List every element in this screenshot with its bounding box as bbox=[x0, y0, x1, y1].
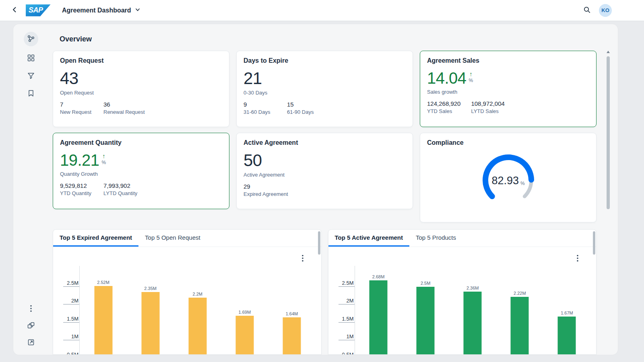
y-tick-label: 2.5M bbox=[339, 280, 355, 287]
kpi-card-compliance[interactable]: Compliance 82.93 % bbox=[420, 133, 597, 222]
tab-strip: Top 5 Expired Agreement Top 5 Open Reque… bbox=[53, 230, 321, 247]
stat-value: 9 bbox=[244, 101, 277, 108]
kpi-card-active-agreement[interactable]: Active Agreement 50 Active Agreement 29 … bbox=[236, 133, 413, 209]
stat: 108,972,004 LYTD Sales bbox=[471, 100, 504, 114]
stat-value: 7 bbox=[60, 101, 93, 108]
bar-group: 1.67M bbox=[543, 266, 590, 355]
bar-group: 1.69M bbox=[221, 266, 268, 355]
tab-top5-expired-agreement[interactable]: Top 5 Expired Agreement bbox=[53, 230, 138, 247]
stat-label: Expired Agreement bbox=[244, 191, 288, 197]
bar-chart: 2.5M2M1.5M1M0.5M 2.68M2.5M2.36M2.22M1.67… bbox=[328, 266, 591, 355]
y-axis: 2.5M2M1.5M1M0.5M bbox=[339, 266, 355, 355]
kebab-menu-icon bbox=[30, 305, 32, 313]
chart-menu-button[interactable] bbox=[298, 254, 308, 263]
page-title: Agreement Dashboard bbox=[62, 7, 131, 14]
bar[interactable] bbox=[417, 287, 435, 355]
bar-value-label: 2.22M bbox=[496, 291, 543, 296]
card-main-value: 14.04 bbox=[427, 70, 466, 86]
bar[interactable] bbox=[283, 317, 301, 355]
card-main-label: Quantity Growth bbox=[60, 171, 222, 177]
tab-top5-open-request[interactable]: Top 5 Open Request bbox=[138, 230, 207, 247]
stat-label: New Request bbox=[60, 109, 93, 115]
grid-icon bbox=[27, 54, 35, 63]
shell-bar: SAP Agreement Dashboard KO bbox=[0, 0, 644, 21]
kpi-grid: Open Request 43 Open Request 7 New Reque… bbox=[53, 51, 597, 222]
y-tick-label: 0.5M bbox=[63, 352, 79, 355]
y-tick-label: 1.5M bbox=[63, 316, 79, 323]
chart-panel-active-agreement: Top 5 Active Agreement Top 5 Products 2.… bbox=[328, 229, 597, 355]
panel-scrollbar-thumb[interactable] bbox=[593, 231, 595, 255]
compliance-gauge-svg bbox=[476, 151, 541, 204]
stat: 124,268,920 YTD Sales bbox=[427, 100, 460, 114]
search-button[interactable] bbox=[580, 3, 594, 18]
back-button[interactable] bbox=[7, 3, 22, 18]
dashboard-container: Overview Open Request 43 Open Request 7 … bbox=[13, 24, 618, 355]
bar[interactable] bbox=[369, 280, 388, 355]
bar-group: 2.35M bbox=[127, 266, 174, 355]
stat-value: 29 bbox=[244, 183, 288, 190]
card-title: Active Agreement bbox=[244, 139, 406, 146]
y-tick-label: 0.5M bbox=[339, 352, 355, 355]
bar[interactable] bbox=[464, 292, 482, 355]
panel-scrollbar-thumb[interactable] bbox=[318, 231, 320, 255]
scroll-up-arrow-icon[interactable] bbox=[607, 51, 610, 53]
bar-value-label: 2.2M bbox=[174, 292, 221, 296]
card-title: Agreement Sales bbox=[427, 57, 589, 64]
kpi-card-open-request[interactable]: Open Request 43 Open Request 7 New Reque… bbox=[53, 51, 229, 127]
card-main-value: 43 bbox=[60, 70, 78, 87]
avatar[interactable]: KO bbox=[599, 4, 612, 17]
bar-group: 2.5M bbox=[402, 266, 449, 355]
sidebar-item-overview[interactable] bbox=[24, 32, 38, 46]
sidebar-item-filters[interactable] bbox=[25, 70, 37, 82]
trend-indicator: ↑ % bbox=[102, 153, 106, 166]
sidebar bbox=[13, 24, 49, 355]
tab-top5-active-agreement[interactable]: Top 5 Active Agreement bbox=[328, 230, 409, 247]
bar[interactable] bbox=[558, 317, 576, 355]
stat: 7,993,902 LYTD Quantity bbox=[103, 182, 137, 196]
card-title: Compliance bbox=[427, 139, 589, 146]
kpi-card-agreement-quantity[interactable]: Agreement Quantity 19.21 ↑ % Quantity Gr… bbox=[53, 133, 229, 209]
bar-value-label: 2.52M bbox=[80, 280, 127, 285]
dashboard-title-menu[interactable]: Agreement Dashboard bbox=[62, 7, 140, 14]
trend-up-icon: ↑ bbox=[102, 153, 105, 160]
sidebar-more-button[interactable] bbox=[25, 302, 37, 315]
kpi-card-days-to-expire[interactable]: Days to Expire 21 0-30 Days 9 31-60 Days… bbox=[236, 51, 413, 127]
sidebar-item-pages[interactable] bbox=[25, 52, 37, 65]
sidebar-open-in-new-button[interactable] bbox=[25, 336, 37, 349]
stat-label: YTD Quantity bbox=[60, 190, 93, 196]
bar-value-label: 2.68M bbox=[355, 274, 402, 279]
stat: 36 Renewal Request bbox=[103, 101, 145, 115]
kpi-card-agreement-sales[interactable]: Agreement Sales 14.04 ↑ % Sales growth 1… bbox=[420, 51, 597, 127]
card-main-value: 19.21 bbox=[60, 152, 99, 168]
avatar-initials: KO bbox=[601, 7, 609, 13]
stat: 9 31-60 Days bbox=[244, 101, 277, 115]
bar[interactable] bbox=[511, 297, 529, 355]
sidebar-switch-layout-button[interactable] bbox=[25, 319, 37, 332]
sidebar-item-bookmarks[interactable] bbox=[25, 87, 37, 100]
card-stats: 9 31-60 Days 15 61-90 Days bbox=[244, 101, 406, 115]
card-title: Agreement Quantity bbox=[60, 139, 222, 146]
switch-layout-icon bbox=[27, 321, 35, 331]
stat: 7 New Request bbox=[60, 101, 93, 115]
main-scrollbar[interactable] bbox=[607, 51, 610, 355]
tab-top5-products[interactable]: Top 5 Products bbox=[409, 230, 462, 247]
bar[interactable] bbox=[141, 292, 159, 355]
bar-value-label: 1.64M bbox=[268, 311, 315, 316]
card-main-label: Sales growth bbox=[427, 89, 589, 95]
y-tick-label: 1.5M bbox=[339, 316, 355, 323]
chart-menu-button[interactable] bbox=[573, 254, 582, 263]
trend-indicator: ↑ % bbox=[469, 71, 473, 84]
main-scrollbar-thumb[interactable] bbox=[607, 56, 610, 209]
section-heading: Overview bbox=[60, 35, 597, 43]
bar-value-label: 1.69M bbox=[221, 310, 268, 315]
kebab-menu-icon bbox=[302, 255, 303, 263]
stat-value: 15 bbox=[287, 101, 320, 108]
trend-up-icon: ↑ bbox=[469, 71, 473, 78]
card-stats: 29 Expired Agreement bbox=[244, 183, 406, 197]
sap-logo: SAP bbox=[26, 4, 51, 16]
card-stats: 124,268,920 YTD Sales 108,972,004 LYTD S… bbox=[427, 100, 589, 114]
bar[interactable] bbox=[188, 298, 206, 355]
bar[interactable] bbox=[235, 316, 254, 355]
bar[interactable] bbox=[94, 286, 112, 355]
stat-label: Renewal Request bbox=[103, 109, 145, 115]
